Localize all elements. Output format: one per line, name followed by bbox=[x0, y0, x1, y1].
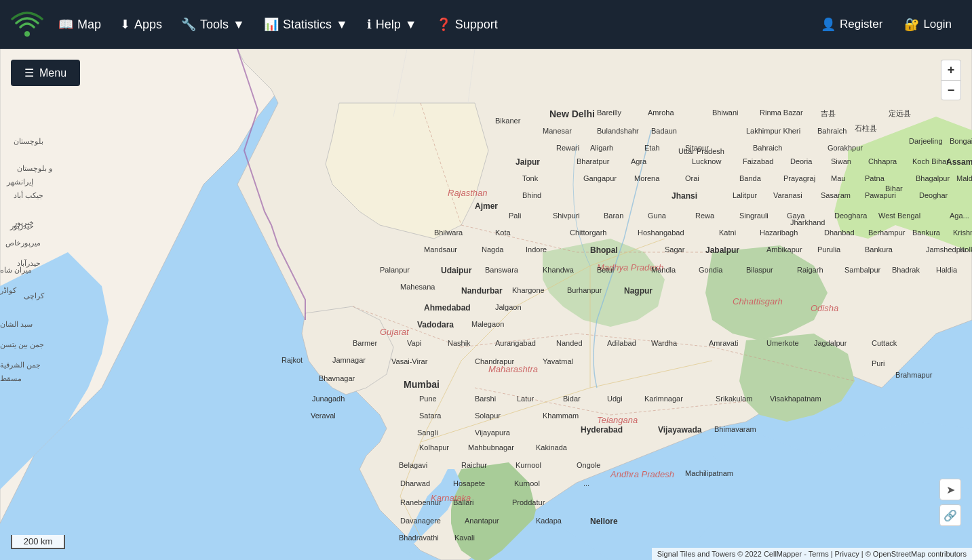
link-button[interactable]: 🔗 bbox=[939, 504, 961, 526]
menu-label: Menu bbox=[39, 67, 66, 79]
nav-help-label: Help bbox=[376, 18, 401, 32]
nav-statistics-label: Statistics bbox=[283, 18, 332, 32]
link-icon: 🔗 bbox=[944, 509, 957, 522]
nav-login-label: Login bbox=[923, 18, 952, 31]
nav-tools[interactable]: 🔧 Tools ▼ bbox=[172, 12, 254, 37]
register-icon: 👤 bbox=[821, 17, 836, 32]
nav-items: 📖 Map ⬇ Apps 🔧 Tools ▼ 📊 Statistics ▼ ℹ … bbox=[49, 12, 811, 37]
apps-icon: ⬇ bbox=[120, 17, 130, 32]
zoom-controls: + − bbox=[941, 60, 961, 100]
nav-map[interactable]: 📖 Map bbox=[49, 12, 111, 37]
locate-icon: ➤ bbox=[946, 483, 955, 496]
nav-register[interactable]: 👤 Register bbox=[811, 12, 892, 37]
scale-indicator: 200 km bbox=[11, 535, 65, 549]
logo[interactable] bbox=[11, 8, 43, 41]
map-svg bbox=[0, 49, 972, 560]
map-icon: 📖 bbox=[58, 17, 73, 32]
nav-statistics[interactable]: 📊 Statistics ▼ bbox=[254, 12, 357, 37]
nav-support[interactable]: ❓ Support bbox=[427, 12, 507, 37]
map-container[interactable]: New Delhi Bikaner Bareilly Amroha Bhiwan… bbox=[0, 49, 972, 560]
support-icon: ❓ bbox=[436, 17, 451, 32]
nav-support-label: Support bbox=[455, 18, 498, 32]
attribution: Signal Tiles and Towers © 2022 CellMappe… bbox=[652, 548, 972, 560]
nav-login[interactable]: 🔐 Login bbox=[895, 12, 961, 37]
nav-register-label: Register bbox=[840, 18, 882, 31]
zoom-in-button[interactable]: + bbox=[941, 60, 961, 80]
zoom-out-button[interactable]: − bbox=[941, 80, 961, 100]
svg-point-0 bbox=[24, 31, 30, 37]
nav-map-label: Map bbox=[77, 18, 101, 32]
tools-icon: 🔧 bbox=[181, 17, 196, 32]
nav-right: 👤 Register 🔐 Login bbox=[811, 12, 961, 37]
scale-value: 200 km bbox=[24, 536, 53, 546]
logo-icon bbox=[11, 8, 43, 41]
nav-apps-label: Apps bbox=[134, 18, 162, 32]
statistics-dropdown-icon: ▼ bbox=[336, 18, 348, 32]
map-actions: ➤ 🔗 bbox=[939, 479, 961, 526]
nav-help[interactable]: ℹ Help ▼ bbox=[357, 12, 427, 37]
attribution-text: Signal Tiles and Towers © 2022 CellMappe… bbox=[657, 550, 967, 558]
help-icon: ℹ bbox=[367, 17, 372, 32]
nav-apps[interactable]: ⬇ Apps bbox=[111, 12, 172, 37]
login-icon: 🔐 bbox=[904, 17, 919, 32]
menu-button[interactable]: ☰ Menu bbox=[11, 60, 80, 86]
locate-button[interactable]: ➤ bbox=[939, 479, 961, 500]
navbar: 📖 Map ⬇ Apps 🔧 Tools ▼ 📊 Statistics ▼ ℹ … bbox=[0, 0, 972, 49]
help-dropdown-icon: ▼ bbox=[405, 18, 417, 32]
nav-tools-label: Tools bbox=[200, 18, 229, 32]
statistics-icon: 📊 bbox=[264, 17, 279, 32]
tools-dropdown-icon: ▼ bbox=[233, 18, 245, 32]
hamburger-icon: ☰ bbox=[24, 66, 34, 79]
